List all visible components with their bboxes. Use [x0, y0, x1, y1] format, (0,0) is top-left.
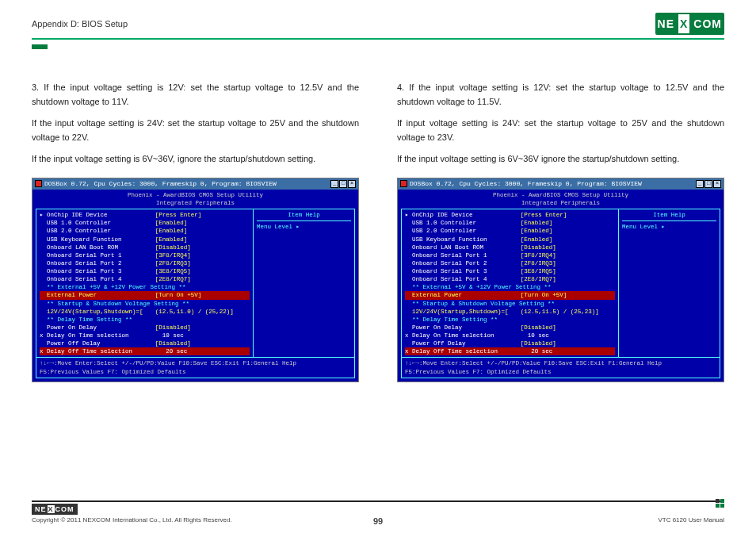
bios-row: ** External +5V & +12V Power Setting ** — [40, 283, 250, 291]
titlebar-text: DOSBox 0.72, Cpu Cycles: 3000, Frameskip… — [44, 180, 277, 189]
bios-title: Phoenix - AwardBIOS CMOS Setup Utility — [36, 191, 355, 199]
page-header: Appendix D: BIOS Setup NE X COM — [32, 13, 724, 40]
copyright-text: Copyright © 2011 NEXCOM International Co… — [32, 516, 232, 523]
footer-squares-icon — [716, 499, 724, 508]
bios-subtitle: Integrated Peripherals — [401, 199, 720, 207]
bios-row: ** Startup & Shutdown Voltage Setting ** — [405, 300, 615, 308]
bios-row: 12V/24V(Startup,Shutdown)=[(12.5,11.0) /… — [40, 308, 250, 316]
bios-row: External Power[Turn On +5V] — [405, 291, 615, 299]
right-para-3: If the input voltage setting is 6V~36V i… — [397, 152, 724, 167]
bios-row: Power Off Delay[Disabled] — [40, 339, 250, 347]
bios-screenshot-right: DOSBox 0.72, Cpu Cycles: 3000, Frameskip… — [397, 178, 724, 382]
bios-row: 12V/24V(Startup,Shutdown)=[(12.5,11.5) /… — [405, 308, 615, 316]
nexcom-logo: NE X COM — [655, 13, 724, 35]
logo-x: X — [678, 14, 689, 33]
bios-help-pane: Item HelpMenu Level ▸ — [618, 209, 720, 358]
page-number: 99 — [373, 516, 383, 526]
bios-title: Phoenix - AwardBIOS CMOS Setup Utility — [401, 191, 720, 199]
bios-row: Onboard Serial Port 1[3F8/IRQ4] — [40, 251, 250, 259]
help-header: Item Help — [622, 211, 716, 219]
logo-part2: COM — [691, 14, 724, 33]
menu-level: Menu Level ▸ — [257, 223, 351, 231]
bios-row: ▸ OnChip IDE Device[Press Enter] — [40, 211, 250, 219]
logo-part1: NE — [655, 14, 677, 33]
dosbox-titlebar: DOSBox 0.72, Cpu Cycles: 3000, Frameskip… — [398, 178, 724, 190]
footer-logo: NE X COM — [32, 504, 78, 515]
right-para-1: 4. If the input voltage setting is 12V: … — [397, 81, 724, 109]
green-tab-icon — [32, 44, 48, 49]
bios-row: Onboard Serial Port 2[2F8/IRQ3] — [405, 259, 615, 267]
left-column: 3. If the input voltage setting is 12V: … — [32, 81, 359, 382]
bios-screenshot-left: DOSBox 0.72, Cpu Cycles: 3000, Frameskip… — [32, 178, 359, 382]
minimize-icon: _ — [330, 180, 338, 188]
bios-row: ** Delay Time Setting ** — [405, 316, 615, 324]
maximize-icon: □ — [339, 180, 347, 188]
bios-row: ** Startup & Shutdown Voltage Setting ** — [40, 300, 250, 308]
bios-row: x Delay On Time selection 10 sec — [40, 332, 250, 339]
close-icon: × — [713, 180, 721, 188]
dosbox-icon — [35, 180, 42, 187]
bios-subtitle: Integrated Peripherals — [36, 199, 355, 207]
bios-row: Power On Delay[Disabled] — [40, 324, 250, 332]
maximize-icon: □ — [704, 180, 712, 188]
menu-level: Menu Level ▸ — [622, 223, 716, 231]
dosbox-icon — [400, 180, 407, 187]
bios-footer-help: ↑↓←→:Move Enter:Select +/-/PU/PD:Value F… — [36, 358, 355, 378]
bios-row: Onboard LAN Boot ROM[Disabled] — [40, 243, 250, 251]
bios-footer-help: ↑↓←→:Move Enter:Select +/-/PU/PD:Value F… — [401, 358, 720, 378]
bios-row: USB 1.0 Controller[Enabled] — [40, 219, 250, 227]
left-para-3: If the input voltage setting is 6V~36V, … — [32, 152, 359, 167]
bios-row: Onboard Serial Port 2[2F8/IRQ3] — [40, 259, 250, 267]
bios-row: USB 1.0 Controller[Enabled] — [405, 219, 615, 227]
bios-help-pane: Item HelpMenu Level ▸ — [253, 209, 355, 358]
bios-row: x Delay Off Time selection 20 sec — [405, 347, 615, 355]
bios-row: External Power[Turn On +5V] — [40, 291, 250, 299]
bios-row: Onboard Serial Port 4[2E8/IRQ7] — [405, 275, 615, 283]
help-header: Item Help — [257, 211, 351, 219]
bios-row: Onboard Serial Port 4[2E8/IRQ7] — [40, 275, 250, 283]
right-column: 4. If the input voltage setting is 12V: … — [397, 81, 724, 382]
right-para-2: If input voltage setting is 24V: set the… — [397, 117, 724, 144]
left-para-2: If the input voltage setting is 24V: set… — [32, 117, 359, 144]
close-icon: × — [348, 180, 356, 188]
bios-row: ** Delay Time Setting ** — [40, 316, 250, 324]
titlebar-text: DOSBox 0.72, Cpu Cycles: 3000, Frameskip… — [410, 180, 642, 189]
bios-row: USB 2.0 Controller[Enabled] — [405, 227, 615, 235]
bios-settings-pane: ▸ OnChip IDE Device[Press Enter] USB 1.0… — [401, 209, 618, 358]
bios-row: Power Off Delay[Disabled] — [405, 339, 615, 347]
bios-settings-pane: ▸ OnChip IDE Device[Press Enter] USB 1.0… — [36, 209, 253, 358]
dosbox-titlebar: DOSBox 0.72, Cpu Cycles: 3000, Frameskip… — [32, 178, 358, 190]
bios-row: ** External +5V & +12V Power Setting ** — [405, 283, 615, 291]
bios-row: Onboard LAN Boot ROM[Disabled] — [405, 243, 615, 251]
bios-row: USB Keyboard Function[Enabled] — [40, 236, 250, 243]
bios-row: Power On Delay[Disabled] — [405, 324, 615, 332]
left-para-1: 3. If the input voltage setting is 12V: … — [32, 81, 359, 109]
bios-row: x Delay Off Time selection 20 sec — [40, 347, 250, 355]
bios-row: ▸ OnChip IDE Device[Press Enter] — [405, 211, 615, 219]
bios-row: Onboard Serial Port 3[3E8/IRQ5] — [405, 267, 615, 275]
page-footer: NE X COM Copyright © 2011 NEXCOM Interna… — [32, 500, 724, 523]
minimize-icon: _ — [696, 180, 704, 188]
bios-row: x Delay On Time selection 10 sec — [405, 332, 615, 339]
bios-row: Onboard Serial Port 3[3E8/IRQ5] — [40, 267, 250, 275]
header-title: Appendix D: BIOS Setup — [32, 19, 128, 29]
manual-name: VTC 6120 User Manual — [658, 516, 724, 523]
bios-row: USB 2.0 Controller[Enabled] — [40, 227, 250, 235]
bios-row: Onboard Serial Port 1[3F8/IRQ4] — [405, 251, 615, 259]
bios-row: USB Keyboard Function[Enabled] — [405, 236, 615, 243]
